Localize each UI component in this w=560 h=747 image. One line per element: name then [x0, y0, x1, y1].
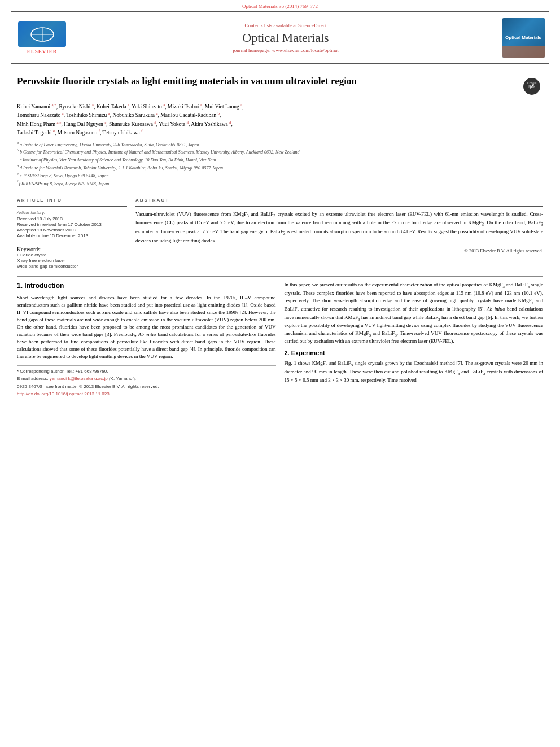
affiliation-d: d d Institute for Materials Research, To…: [17, 164, 543, 171]
abstract-copyright: © 2013 Elsevier B.V. All rights reserved…: [135, 248, 543, 254]
left-column: 1. Introduction Short wavelength light s…: [17, 281, 276, 399]
right-para1: In this paper, we present our results on…: [285, 281, 544, 346]
footnote-email: E-mail address: yamanoi-k@ile.osaka-u.ac…: [17, 375, 276, 382]
authors-section: Kohei Yamanoi a,*, Ryosuke Nishi a, Kohe…: [17, 102, 543, 137]
keywords-label: Keywords:: [17, 246, 127, 252]
doi-link[interactable]: http://dx.doi.org/10.1016/j.optmat.2013.…: [17, 391, 110, 396]
sciencedirect-link: Contents lists available at ScienceDirec…: [79, 23, 492, 28]
history-box: Article history: Received 10 July 2013 R…: [17, 206, 127, 238]
body-columns: 1. Introduction Short wavelength light s…: [17, 281, 543, 399]
footnote-doi: http://dx.doi.org/10.1016/j.optmat.2013.…: [17, 391, 276, 397]
intro-para1: Short wavelength light sources and devic…: [17, 294, 276, 360]
abstract-column: ABSTRACT Vacuum-ultraviolet (VUV) fluore…: [135, 198, 543, 269]
journal-main-title: Optical Materials: [79, 30, 492, 45]
footnote-issn: 0925-3467/$ - see front matter © 2013 El…: [17, 383, 276, 390]
journal-header: ELSEVIER Contents lists available at Sci…: [11, 11, 549, 64]
journal-homepage-link: journal homepage: www.elsevier.com/locat…: [79, 47, 492, 53]
journal-cover-image: Optical Materials: [502, 18, 545, 58]
main-content: Perovskite fluoride crystals as light em…: [0, 64, 560, 404]
crossmark-section: ✓ Cross Mark: [523, 78, 543, 98]
accepted-date: Accepted 18 November 2013: [17, 228, 127, 233]
cover-label: Optical Materials: [505, 35, 541, 41]
svg-text:Mark: Mark: [528, 85, 535, 88]
info-abstract-section: ARTICLE INFO Article history: Received 1…: [17, 198, 543, 269]
affiliation-b: b b Centre for Theoretical Chemistry and…: [17, 148, 543, 155]
body-divider: [17, 276, 543, 277]
intro-title: 1. Introduction: [17, 281, 276, 291]
affiliation-a: a a Institute of Laser Engineering, Osak…: [17, 141, 543, 148]
crossmark-icon: ✓ Cross Mark: [523, 78, 540, 95]
right-column: In this paper, we present our results on…: [285, 281, 544, 399]
elsevier-logo-image: [18, 21, 66, 47]
abstract-content: Vacuum-ultraviolet (VUV) fluorescence fr…: [135, 206, 543, 254]
keyword-3: Wide band gap semiconductor: [17, 264, 127, 269]
history-label: Article history:: [17, 210, 127, 215]
footnote-star: * Corresponding author. Tel.: +81 668798…: [17, 368, 276, 375]
elsevier-logo-section: ELSEVIER: [11, 16, 73, 60]
keyword-2: X-ray free electron laser: [17, 258, 127, 263]
affiliations-section: a a Institute of Laser Engineering, Osak…: [17, 141, 543, 187]
keyword-1: Fluoride crystal: [17, 252, 127, 257]
elsevier-label: ELSEVIER: [18, 49, 66, 54]
section2-title: 2. Experiment: [285, 349, 544, 358]
page-container: Optical Materials 36 (2014) 769–772 ELSE…: [0, 0, 560, 404]
affiliation-e: e e JASRI/SPring-8, Sayo, Hyogo 679-5148…: [17, 172, 543, 179]
article-info-label: ARTICLE INFO: [17, 198, 127, 203]
authors-line2: Tomoharu Nakazato a, Toshihiko Shimizu a…: [17, 111, 543, 119]
journal-reference: Optical Materials 36 (2014) 769–772: [0, 0, 560, 11]
article-title: Perovskite fluoride crystals as light em…: [17, 75, 523, 88]
journal-cover-section: Optical Materials: [498, 16, 549, 60]
header-divider: [17, 193, 543, 193]
right-para2: Fig. 1 shows KMgF3 and BaLiF3 single cry…: [285, 360, 544, 384]
footnote-section: * Corresponding author. Tel.: +81 668798…: [17, 365, 276, 397]
keywords-box: Keywords: Fluoride crystal X-ray free el…: [17, 243, 127, 269]
available-date: Available online 15 December 2013: [17, 233, 127, 238]
abstract-label: ABSTRACT: [135, 198, 543, 203]
affiliation-c: c c Institute of Physics, Viet Nam Acade…: [17, 156, 543, 163]
homepage-url: www.elsevier.com/locate/optmat: [272, 47, 339, 53]
article-title-section: Perovskite fluoride crystals as light em…: [17, 75, 543, 98]
journal-title-section: Contents lists available at ScienceDirec…: [73, 16, 498, 60]
email-link[interactable]: yamanoi-k@ile.osaka-u.ac.jp: [50, 376, 108, 381]
authors-line3: Minh Hong Pham a,c, Hung Dai Nguyen c, S…: [17, 120, 543, 128]
authors-line4: Tadashi Togashi e, Mitsuru Nagasono f, T…: [17, 128, 543, 137]
received-revised-date: Received in revised form 17 October 2013: [17, 222, 127, 227]
journal-ref-text: Optical Materials 36 (2014) 769–772: [242, 3, 318, 9]
article-info-column: ARTICLE INFO Article history: Received 1…: [17, 198, 127, 269]
authors-line1: Kohei Yamanoi a,*, Ryosuke Nishi a, Kohe…: [17, 102, 543, 111]
abstract-text: Vacuum-ultraviolet (VUV) fluorescence fr…: [135, 211, 543, 244]
elsevier-logo: ELSEVIER: [18, 21, 66, 54]
affiliation-f: f f RIKEN/SPring-8, Sayo, Hyogo 679-5148…: [17, 180, 543, 187]
received-date: Received 10 July 2013: [17, 216, 127, 221]
sciencedirect-name: ScienceDirect: [298, 23, 326, 28]
